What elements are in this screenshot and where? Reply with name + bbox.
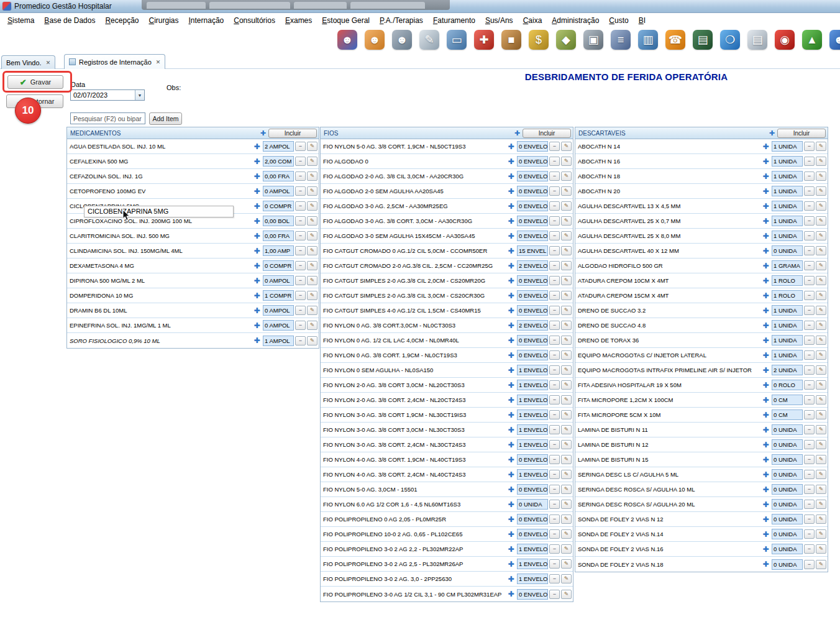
menu-item-internacao[interactable]: Internação (184, 14, 229, 27)
add-item-button[interactable]: Add Item (149, 112, 182, 125)
add-item-icon[interactable]: ✚ (761, 202, 770, 211)
quantity-input[interactable]: 1 AMPOL (263, 336, 294, 346)
quantity-input[interactable]: 0,00 BOL (263, 216, 294, 226)
remove-button[interactable]: − (804, 321, 815, 330)
prescricao-icon[interactable]: ✎ (419, 30, 439, 50)
add-item-icon[interactable]: ✚ (761, 485, 770, 494)
edit-button[interactable]: ✎ (816, 425, 826, 434)
add-item-icon[interactable]: ✚ (506, 247, 516, 255)
add-item-icon[interactable]: ✚ (506, 500, 516, 509)
remove-button[interactable]: − (804, 306, 815, 315)
edit-button[interactable]: ✎ (561, 500, 572, 509)
quantity-input[interactable]: 2 ENVELO (517, 320, 548, 331)
quantity-input[interactable]: 0 ENVELO (517, 201, 548, 211)
quantity-input[interactable]: 0 ENVELO (517, 589, 548, 600)
add-item-icon[interactable]: ✚ (252, 306, 262, 315)
edit-button[interactable]: ✎ (816, 350, 826, 360)
remove-button[interactable]: − (804, 410, 815, 419)
add-item-icon[interactable]: ✚ (506, 441, 516, 449)
close-icon[interactable]: ✕ (156, 59, 161, 65)
edit-button[interactable]: ✎ (561, 485, 572, 494)
remove-button[interactable]: − (549, 321, 560, 330)
add-item-icon[interactable]: ✚ (506, 336, 516, 345)
quantity-input[interactable]: 1 ENVELO (517, 395, 548, 405)
add-item-icon[interactable]: ✚ (506, 590, 516, 598)
quantity-input[interactable]: 0,00 FRA (263, 171, 294, 181)
edit-button[interactable]: ✎ (816, 440, 826, 449)
quantity-input[interactable]: 0 ENVELO (517, 231, 548, 241)
remove-button[interactable]: − (295, 306, 306, 315)
quantity-input[interactable]: 0 ENVELO (517, 335, 548, 345)
quantity-input[interactable]: 1 UNIDA (772, 171, 803, 181)
add-item-icon[interactable]: ✚ (761, 277, 770, 285)
quantity-input[interactable]: 1 ROLO (772, 275, 803, 286)
add-item-icon[interactable]: ✚ (761, 262, 770, 270)
edit-button[interactable]: ✎ (561, 261, 572, 270)
add-item-icon[interactable]: ✚ (761, 366, 770, 375)
relatorio-icon[interactable]: ▤ (747, 30, 767, 50)
remove-button[interactable]: − (549, 261, 560, 270)
remove-button[interactable]: − (804, 365, 815, 375)
add-item-icon[interactable]: ✚ (506, 217, 516, 226)
remove-button[interactable]: − (804, 276, 815, 285)
edit-button[interactable]: ✎ (561, 365, 572, 375)
remove-button[interactable]: − (295, 157, 306, 166)
quantity-input[interactable]: 0 ENVELO (517, 156, 548, 167)
add-item-icon[interactable]: ✚ (506, 426, 516, 434)
add-item-icon[interactable]: ✚ (761, 142, 770, 151)
remove-button[interactable]: − (804, 216, 815, 226)
quantity-input[interactable]: 0 UNIDA (517, 499, 548, 510)
remove-button[interactable]: − (549, 336, 560, 345)
add-item-icon[interactable]: ✚ (761, 515, 770, 524)
recepcao-icon[interactable]: ☻ (365, 30, 385, 50)
remove-button[interactable]: − (804, 425, 815, 434)
add-item-icon[interactable]: ✚ (252, 336, 262, 345)
edit-button[interactable]: ✎ (561, 470, 572, 479)
edit-button[interactable]: ✎ (816, 306, 826, 315)
edit-button[interactable]: ✎ (816, 276, 826, 285)
quantity-input[interactable]: 1 UNIDA (772, 216, 803, 226)
quantity-input[interactable]: 0 AMPOL (263, 186, 294, 196)
add-item-icon[interactable]: ✚ (506, 560, 516, 569)
close-icon[interactable]: ✕ (46, 60, 51, 66)
edit-button[interactable]: ✎ (561, 574, 572, 583)
remove-button[interactable]: − (804, 246, 815, 255)
add-item-icon[interactable]: ✚ (761, 321, 770, 330)
quantity-input[interactable]: 1 ENVELO (517, 559, 548, 569)
remove-button[interactable]: − (804, 485, 815, 494)
add-item-icon[interactable]: ✚ (761, 157, 770, 166)
chevron-down-icon[interactable]: ▼ (135, 90, 144, 100)
edit-button[interactable]: ✎ (561, 590, 572, 599)
cofre-icon[interactable]: ▣ (583, 30, 603, 50)
remove-button[interactable]: − (804, 261, 815, 270)
quantity-input[interactable]: 1 ENVELO (517, 469, 548, 480)
edit-button[interactable]: ✎ (816, 321, 826, 330)
edit-button[interactable]: ✎ (307, 321, 317, 330)
quantity-input[interactable]: 0 ENVELO (517, 171, 548, 181)
add-item-icon[interactable]: ✚ (761, 500, 770, 509)
edit-button[interactable]: ✎ (561, 186, 572, 196)
remove-button[interactable]: − (549, 500, 560, 509)
date-combobox[interactable]: 02/07/2023 ▼ (70, 89, 145, 101)
remove-button[interactable]: − (295, 142, 306, 151)
quantity-input[interactable]: 0 AMPOL (263, 305, 294, 316)
edit-button[interactable]: ✎ (307, 306, 317, 315)
edit-button[interactable]: ✎ (816, 485, 826, 494)
edit-button[interactable]: ✎ (816, 231, 826, 240)
add-item-icon[interactable]: ✚ (506, 381, 516, 390)
remove-button[interactable]: − (295, 201, 306, 211)
usuario-icon[interactable]: ☻ (829, 30, 840, 50)
menu-item-custo[interactable]: Custo (604, 14, 633, 27)
edit-button[interactable]: ✎ (307, 261, 317, 270)
menu-item-bi[interactable]: BI (634, 14, 651, 27)
remove-button[interactable]: − (295, 276, 306, 285)
edit-button[interactable]: ✎ (307, 336, 317, 345)
quantity-input[interactable]: 1 GRAMA (772, 260, 803, 271)
quantity-input[interactable]: 15 ENVEL (517, 245, 548, 256)
remove-button[interactable]: − (804, 500, 815, 509)
tab-registros-internacao[interactable]: Registros de Internação ✕ (64, 54, 165, 69)
add-item-icon[interactable]: ✚ (506, 396, 516, 405)
remove-button[interactable]: − (549, 142, 560, 151)
remove-button[interactable]: − (804, 380, 815, 390)
incluir-button[interactable]: Incluir (777, 129, 826, 138)
